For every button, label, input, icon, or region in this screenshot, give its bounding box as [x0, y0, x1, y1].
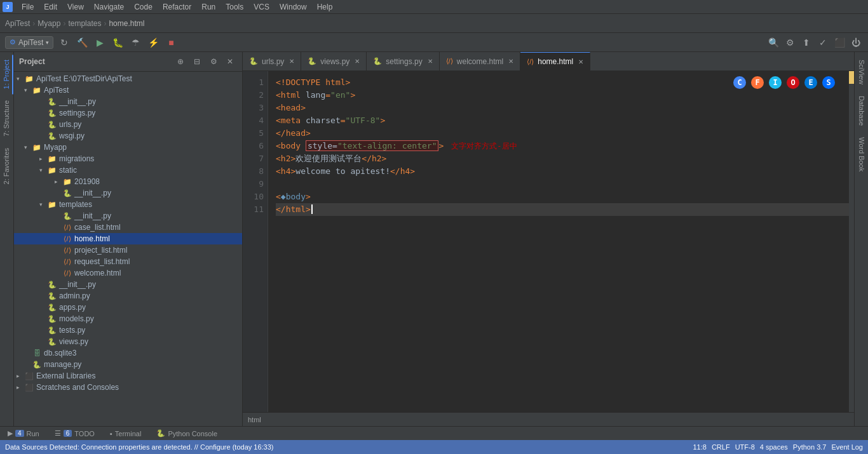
search-everywhere-btn[interactable]: 🔍	[766, 36, 780, 50]
tree-init2[interactable]: 🐍 __init__.py	[14, 187, 242, 199]
tab-settings-close[interactable]: ✕	[428, 58, 433, 65]
stop-btn[interactable]: ■	[164, 36, 178, 50]
close-panel-btn[interactable]: ✕	[223, 55, 237, 69]
tree-init1[interactable]: 🐍 __init__.py	[14, 96, 242, 107]
firefox-icon[interactable]: F	[751, 76, 764, 89]
tree-case-list[interactable]: ⟨/⟩ case_list.html	[14, 222, 242, 233]
tree-tests[interactable]: 🐍 tests.py	[14, 324, 242, 336]
tab-home-close[interactable]: ✕	[578, 58, 583, 65]
folder-icon: 📁	[24, 74, 34, 84]
tree-wsgi[interactable]: 🐍 wsgi.py	[14, 130, 242, 142]
tree-static[interactable]: 📁 static	[14, 164, 242, 176]
new-file-btn[interactable]: ⊕	[173, 55, 187, 69]
tree-myapp[interactable]: 📁 Myapp	[14, 142, 242, 153]
tree-welcome-html[interactable]: ⟨/⟩ welcome.html	[14, 267, 242, 279]
tree-admin[interactable]: 🐍 admin.py	[14, 290, 242, 302]
tree-models[interactable]: 🐍 models.py	[14, 313, 242, 324]
tree-init3[interactable]: 🐍 __init__.py	[14, 210, 242, 222]
menu-refactor[interactable]: Refactor	[158, 0, 196, 14]
tab-views-close[interactable]: ✕	[355, 58, 360, 65]
left-tab-favorites[interactable]: 2: Favorites	[1, 143, 13, 189]
right-tab-sciview[interactable]: SciView	[856, 55, 867, 90]
vcs-update-btn[interactable]: ⬆	[799, 36, 813, 50]
coverage-btn[interactable]: ☂	[128, 36, 142, 50]
apitest-label: ApiTest	[44, 86, 69, 95]
code-content[interactable]: C F I O E S <!DOCTYPE html> <html lang="…	[268, 71, 854, 412]
menu-run[interactable]: Run	[196, 0, 220, 14]
opera-icon[interactable]: O	[787, 76, 799, 89]
safari-icon[interactable]: S	[822, 76, 835, 89]
init2-py-icon: 🐍	[62, 188, 72, 198]
tree-request-list[interactable]: ⟨/⟩ request_list.html	[14, 256, 242, 267]
build-btn[interactable]: 🔨	[75, 36, 89, 50]
python-console-bottom-btn[interactable]: 🐍 Python Console	[154, 429, 220, 437]
text-cursor	[311, 204, 313, 214]
tree-views[interactable]: 🐍 views.py	[14, 336, 242, 347]
menu-tools[interactable]: Tools	[220, 0, 248, 14]
tab-views[interactable]: 🐍 views.py ✕	[301, 52, 367, 70]
breadcrumb-project[interactable]: ApiTest	[5, 19, 30, 28]
menu-code[interactable]: Code	[129, 0, 158, 14]
status-event-log[interactable]: Event Log	[831, 443, 863, 451]
tree-201908[interactable]: 📁 201908	[14, 176, 242, 187]
power-btn[interactable]: ⏻	[849, 36, 863, 50]
vcs-commit-btn[interactable]: ✓	[816, 36, 830, 50]
sync-btn[interactable]: ↻	[57, 36, 71, 50]
tree-project-list[interactable]: ⟨/⟩ project_list.html	[14, 244, 242, 256]
profile-btn[interactable]: ⚡	[146, 36, 160, 50]
menu-help[interactable]: Help	[312, 0, 338, 14]
breadcrumb-myapp[interactable]: Myapp	[37, 19, 60, 28]
tree-templates[interactable]: 📁 templates	[14, 199, 242, 210]
tree-root[interactable]: 📁 ApiTest E:\07TestDir\ApiTest	[14, 73, 242, 84]
red-stop-btn[interactable]: ⬛	[832, 36, 846, 50]
line-num-2: 2	[243, 89, 264, 102]
debug-btn[interactable]: 🐛	[111, 36, 125, 50]
tree-init4[interactable]: 🐍 __init__.py	[14, 279, 242, 290]
tree-migrations[interactable]: 📁 migrations	[14, 153, 242, 164]
tab-settings[interactable]: 🐍 settings.py ✕	[367, 52, 439, 70]
run-bottom-btn[interactable]: ▶ 4 Run	[5, 429, 42, 437]
code-2-str: "en"	[330, 90, 350, 100]
menu-window[interactable]: Window	[275, 0, 312, 14]
ie-icon[interactable]: I	[769, 76, 782, 89]
tree-db[interactable]: 🗄 db.sqlite3	[14, 347, 242, 359]
tab-home[interactable]: ⟨/⟩ home.html ✕	[520, 52, 590, 70]
terminal-bottom-btn[interactable]: ▪ Terminal	[107, 430, 144, 437]
status-bar-left: Data Sources Detected: Connection proper…	[5, 443, 274, 451]
init4-py-icon: 🐍	[47, 279, 57, 290]
tree-apitest[interactable]: 📁 ApiTest	[14, 84, 242, 96]
edge-icon[interactable]: E	[804, 76, 817, 89]
tab-welcome[interactable]: ⟨/⟩ welcome.html ✕	[440, 52, 520, 70]
menu-navigate[interactable]: Navigate	[89, 0, 129, 14]
tree-urls[interactable]: 🐍 urls.py	[14, 119, 242, 130]
settings-panel-btn[interactable]: ⚙	[207, 55, 220, 69]
settings-btn[interactable]: ⚙	[783, 36, 797, 50]
tree-manage[interactable]: 🐍 manage.py	[14, 359, 242, 370]
project-dropdown[interactable]: ⚙ ApiTest ▾	[5, 36, 53, 49]
todo-bottom-btn[interactable]: ☰ 6 TODO	[52, 429, 97, 437]
menu-file[interactable]: File	[17, 0, 39, 14]
python-console-label: Python Console	[168, 430, 217, 437]
tree-settings[interactable]: 🐍 settings.py	[14, 107, 242, 119]
left-tab-project[interactable]: 1: Project	[1, 55, 13, 94]
tree-scratches[interactable]: ⬛ Scratches and Consoles	[14, 382, 242, 393]
right-tab-wordbook[interactable]: Word Book	[856, 132, 867, 177]
tab-urls[interactable]: 🐍 urls.py ✕	[243, 52, 301, 70]
run-btn[interactable]: ▶	[93, 36, 107, 50]
tree-ext-libs[interactable]: ⬛ External Libraries	[14, 370, 242, 382]
tree-apps[interactable]: 🐍 apps.py	[14, 302, 242, 313]
breadcrumb-templates[interactable]: templates	[68, 19, 101, 28]
tab-welcome-close[interactable]: ✕	[508, 58, 513, 65]
tab-urls-close[interactable]: ✕	[289, 58, 294, 65]
menu-view[interactable]: View	[62, 0, 89, 14]
tree-home-html[interactable]: ⟨/⟩ home.html	[14, 233, 242, 244]
code-editor[interactable]: 1 2 3 4 5 6 7 8 9 10 11 C F I O E	[243, 71, 854, 412]
chrome-icon[interactable]: C	[733, 76, 746, 89]
menu-edit[interactable]: Edit	[39, 0, 62, 14]
left-tab-structure[interactable]: 7: Structure	[1, 95, 13, 142]
menu-vcs[interactable]: VCS	[248, 0, 275, 14]
right-tab-database[interactable]: Database	[856, 91, 867, 131]
code-7-h2-close: </h2>	[362, 154, 386, 163]
collapse-all-btn[interactable]: ⊟	[190, 55, 204, 69]
breadcrumb-file[interactable]: home.html	[109, 19, 144, 28]
